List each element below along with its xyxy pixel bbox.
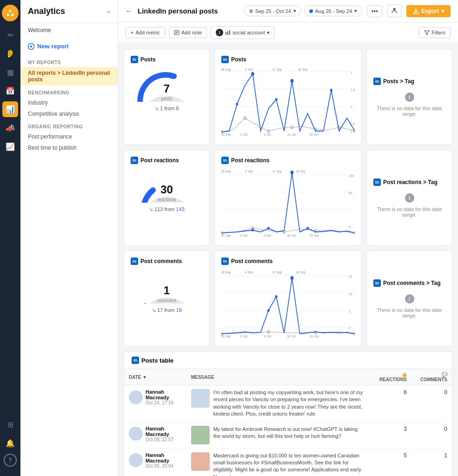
svg-text:10: 10: [349, 292, 352, 296]
best-time-link[interactable]: Best time to publish: [20, 142, 118, 153]
svg-text:25. Sep: 25. Sep: [221, 133, 231, 137]
col-reactions: 👍 REACTIONS: [371, 369, 412, 385]
linkedin-icon-reactions: in: [131, 157, 138, 164]
svg-text:2: 2: [351, 71, 353, 75]
reactions-gauge-label: reactions: [157, 197, 176, 202]
organic-label: ORGANIC REPORTING: [20, 119, 118, 131]
comments-tag-title: Post comments > Tag: [383, 280, 440, 286]
back-button[interactable]: ←: [126, 7, 133, 15]
collapse-btn[interactable]: «: [107, 8, 110, 15]
no-data-text-3: There is no data for this date range.: [373, 307, 445, 318]
svg-text:11. Sep: 11. Sep: [272, 170, 282, 174]
table-row: Hannah Macready Oct 08, 22:57 My latest …: [124, 422, 452, 448]
listen-nav-btn[interactable]: 👂: [2, 46, 18, 61]
more-options-btn[interactable]: •••: [367, 5, 382, 17]
compare-date-label: Aug 26 - Sep 24: [315, 8, 352, 14]
svg-text:15: 15: [349, 275, 352, 279]
svg-text:4. Sep: 4. Sep: [245, 68, 253, 72]
person-btn[interactable]: [387, 5, 402, 17]
help-nav-btn[interactable]: ?: [4, 454, 17, 467]
svg-text:4. Sep: 4. Sep: [245, 271, 253, 275]
svg-text:18. Sep: 18. Sep: [296, 170, 305, 174]
primary-date-dot: [249, 9, 253, 13]
reactions-tag-card: in Post reactions > Tag i There is no da…: [366, 150, 452, 246]
social-account-btn[interactable]: 1 social account ▾: [211, 26, 275, 39]
export-button[interactable]: Export ▾: [406, 5, 451, 17]
content-area: in Posts 7 posts: [118, 43, 458, 476]
page-title: LinkedIn personal posts: [138, 7, 239, 15]
cell-message-0: I'm often bad at posting my copywriting …: [186, 385, 371, 422]
no-data-info-icon-1: i: [405, 93, 414, 102]
post-thumbnail-1: [191, 426, 210, 444]
table-row: Hannah Macready Oct 24, 17:16 I'm often …: [124, 385, 452, 422]
posts-gauge-delta: ↘ 1 from 8: [154, 106, 179, 112]
no-data-info-icon-3: i: [405, 294, 414, 304]
calendar-nav-btn[interactable]: 📅: [2, 83, 18, 99]
no-data-info-icon-2: i: [405, 193, 414, 203]
grid-bottom-nav-btn[interactable]: ⊞: [2, 416, 18, 432]
compare-date-chevron: ▾: [354, 8, 357, 14]
svg-point-30: [275, 98, 278, 101]
svg-point-59: [267, 227, 270, 230]
left-panel-title: Analytics: [28, 7, 65, 16]
comments-row: in Post comments 1 comment: [124, 251, 452, 347]
bell-nav-btn[interactable]: 🔔: [2, 435, 18, 451]
compare-date-chip[interactable]: Aug 26 - Sep 24 ▾: [304, 6, 363, 16]
comments-gauge-card: in Post comments 1 comment: [124, 251, 210, 347]
svg-text:100: 100: [349, 174, 353, 178]
primary-date-chip[interactable]: Sep 25 - Oct 24 ▾: [244, 6, 301, 16]
svg-point-83: [267, 309, 270, 312]
filters-btn[interactable]: Filters: [419, 27, 451, 38]
reactions-gauge-delta: ↘ 113 from 143: [149, 206, 185, 212]
svg-text:2. Oct: 2. Oct: [240, 335, 248, 338]
post-performance-link[interactable]: Post performance: [20, 131, 118, 142]
svg-text:1.5: 1.5: [351, 88, 355, 92]
svg-text:16. Oct: 16. Oct: [287, 234, 296, 238]
linkedin-posts-link[interactable]: All reports > LinkedIn personal posts: [20, 67, 118, 86]
svg-text:2. Oct: 2. Oct: [240, 234, 248, 238]
svg-text:18. Sep: 18. Sep: [296, 271, 305, 275]
svg-text:23. Oct: 23. Oct: [310, 335, 319, 338]
analytics-nav-btn[interactable]: 📊: [2, 101, 18, 117]
main-area: ← LinkedIn personal posts Sep 25 - Oct 2…: [118, 0, 458, 476]
comments-gauge-delta: ↘ 17 from 18: [152, 307, 182, 313]
reactions-delta-arrow: ↘: [149, 206, 154, 212]
compose-nav-btn[interactable]: ✏: [2, 27, 18, 43]
my-reports-label: MY REPORTS: [20, 55, 118, 67]
post-date-0: Oct 24, 17:16: [146, 400, 182, 405]
linkedin-icon-table: in: [132, 357, 139, 364]
primary-date-label: Sep 25 - Oct 24: [255, 8, 291, 14]
svg-point-8: [393, 8, 395, 10]
svg-rect-14: [227, 31, 228, 35]
col-message: MESSAGE: [186, 369, 371, 385]
comments-metric-title: Post comments: [140, 258, 182, 264]
linkedin-icon-comments-tag: in: [373, 279, 381, 287]
posts-row: in Posts 7 posts: [124, 49, 452, 145]
industry-link[interactable]: Industry: [20, 97, 118, 108]
post-thumbnail-0: [191, 389, 210, 408]
reactions-chart-card: in Post reactions: [214, 150, 362, 246]
posts-gauge-number: 7: [137, 82, 197, 95]
no-data-text-2: There is no data for this date range.: [373, 206, 445, 218]
new-report-btn[interactable]: New report: [28, 43, 110, 50]
svg-text:4. Sep: 4. Sep: [245, 170, 253, 174]
svg-text:9. Oct: 9. Oct: [264, 234, 271, 238]
grid-nav-btn[interactable]: ▦: [2, 64, 18, 80]
main-header: ← LinkedIn personal posts Sep 25 - Oct 2…: [118, 0, 458, 22]
add-metric-btn[interactable]: + Add metric: [126, 27, 165, 38]
welcome-link[interactable]: Welcome: [20, 23, 118, 37]
cell-comments-0: 0: [412, 385, 452, 422]
export-icon: [413, 8, 419, 14]
posts-delta-arrow: ↘: [154, 106, 160, 111]
reports-nav-btn[interactable]: 📈: [2, 139, 18, 154]
user-name-0: Hannah Macready: [146, 389, 182, 400]
post-message-0: I'm often bad at posting my copywriting …: [213, 389, 366, 418]
col-date[interactable]: DATE ▼: [124, 369, 186, 385]
competitive-link[interactable]: Competitive analysis: [20, 108, 118, 119]
linkedin-icon-posts: in: [131, 56, 138, 63]
comments-gauge-number: 1: [137, 284, 197, 297]
add-note-btn[interactable]: Add note: [169, 27, 207, 38]
svg-point-29: [236, 103, 238, 106]
cell-comments-1: 0: [412, 422, 452, 448]
megaphone-nav-btn[interactable]: 📣: [2, 120, 18, 136]
